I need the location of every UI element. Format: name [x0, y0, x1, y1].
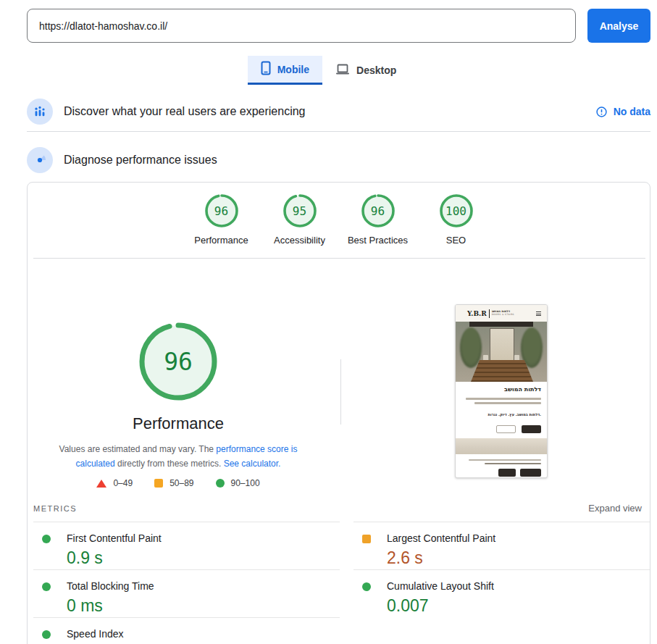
url-input[interactable]: [27, 9, 576, 43]
mobile-phone-icon: [261, 61, 271, 78]
metric-name: Speed Index: [67, 628, 124, 640]
thumb-text-line: [466, 398, 541, 400]
site-logo: Y.B.R: [467, 310, 487, 317]
pagespeed-insights-page: Analyse Mobile Desktop: [0, 0, 657, 644]
real-users-icon: [27, 99, 53, 125]
thumb-banner-image: [456, 438, 547, 454]
score-disclaimer: Values are estimated and may vary. The p…: [59, 442, 298, 471]
field-data-title: Discover what your real users are experi…: [64, 99, 305, 125]
hero-image: [456, 322, 547, 382]
metric-value: 2.6 s: [387, 548, 423, 568]
fail-triangle-icon: [96, 480, 106, 488]
tab-desktop-label: Desktop: [356, 64, 396, 76]
pass-circle-icon: [216, 479, 225, 488]
lab-data-section-header: Diagnose performance issues: [0, 147, 657, 173]
thumb-button: [498, 469, 516, 477]
metric-name: Cumulative Layout Shift: [387, 580, 494, 592]
thumb-button: [520, 469, 541, 477]
score-value: 96: [361, 193, 396, 228]
legend-range: 0–49: [113, 478, 133, 488]
device-tabs: Mobile Desktop: [0, 56, 657, 85]
see-calculator-link[interactable]: See calculator.: [224, 459, 281, 469]
thumb-page-heading: דלתות המושב: [504, 386, 541, 393]
score-accessibility[interactable]: 95 Accessibility: [261, 193, 339, 246]
performance-gauge-value: 96: [138, 322, 218, 401]
score-label: SEO: [417, 235, 495, 246]
score-label: Performance: [183, 235, 261, 246]
score-range-legend: 0–49 50–89 90–100: [59, 478, 298, 488]
thumb-button: [496, 425, 516, 433]
metrics-header: METRICS Expand view: [33, 503, 645, 514]
performance-gauge-title: Performance: [59, 414, 298, 433]
diagnose-icon: [27, 147, 53, 173]
pass-circle-icon: [42, 582, 51, 591]
field-data-section-header: Discover what your real users are experi…: [0, 99, 657, 125]
pass-circle-icon: [362, 582, 371, 591]
legend-pass: 90–100: [216, 478, 260, 488]
pass-circle-icon: [42, 535, 51, 543]
vertical-divider: [340, 359, 341, 425]
card-divider: [33, 258, 645, 259]
legend-fail: 0–49: [96, 478, 133, 488]
category-score-row: 96 Performance 95 Accessibility: [28, 193, 650, 246]
section-divider: [27, 131, 650, 132]
metric-value: 0.9 s: [67, 548, 103, 568]
score-value: 100: [439, 193, 474, 228]
metric-name: Largest Contentful Paint: [387, 532, 495, 544]
legend-range: 90–100: [231, 478, 260, 488]
score-value: 96: [204, 193, 239, 228]
lab-data-title: Diagnose performance issues: [64, 147, 217, 173]
no-data-label: No data: [614, 106, 650, 117]
metric-cumulative-layout-shift: Cumulative Layout Shift 0.007: [353, 569, 650, 617]
no-data-status[interactable]: No data: [596, 99, 650, 125]
page-screenshot-thumbnail: Y.B.R דלתות המושב DOORS & STAIRS דלתות ה…: [455, 304, 548, 478]
metric-speed-index: Speed Index: [33, 617, 340, 644]
info-icon: [596, 106, 607, 117]
desktop-laptop-icon: [335, 63, 350, 78]
metrics-column-right: Largest Contentful Paint 2.6 s Cumulativ…: [353, 522, 650, 617]
disclaimer-text: directly from these metrics.: [115, 459, 224, 469]
score-performance[interactable]: 96 Performance: [183, 193, 261, 246]
thumb-site-header: Y.B.R דלתות המושב DOORS & STAIRS: [456, 305, 547, 322]
thumb-text-line: [469, 459, 541, 461]
average-square-icon: [362, 535, 371, 543]
thumb-button: [522, 425, 541, 433]
metric-total-blocking-time: Total Blocking Time 0 ms: [33, 569, 340, 617]
expand-view-button[interactable]: Expand view: [588, 503, 645, 514]
tab-mobile-label: Mobile: [277, 64, 309, 75]
site-logo-english: DOORS & STAIRS: [492, 314, 514, 317]
performance-gauge: 96: [138, 322, 218, 401]
metric-largest-contentful-paint: Largest Contentful Paint 2.6 s: [353, 522, 650, 569]
thumb-text-line: [485, 463, 541, 464]
logo-separator: [489, 309, 490, 318]
thumb-tagline: דלתות במושב. עץ. דיוק. נגרות.: [488, 412, 541, 417]
tab-desktop[interactable]: Desktop: [322, 56, 409, 85]
metrics-title: METRICS: [33, 504, 77, 513]
average-square-icon: [154, 479, 163, 488]
score-seo[interactable]: 100 SEO: [417, 193, 495, 246]
lighthouse-report-card: 96 Performance 95 Accessibility: [27, 182, 650, 644]
score-label: Best Practices: [339, 235, 417, 246]
score-value: 95: [283, 193, 317, 228]
score-best-practices[interactable]: 96 Best Practices: [339, 193, 417, 246]
thumb-text-line: [474, 402, 541, 404]
pass-circle-icon: [42, 630, 51, 639]
analyse-button[interactable]: Analyse: [587, 9, 650, 43]
metric-name: Total Blocking Time: [67, 580, 154, 592]
hamburger-menu-icon: [536, 311, 541, 317]
legend-average: 50–89: [154, 478, 193, 488]
score-label: Accessibility: [261, 235, 339, 246]
tab-mobile[interactable]: Mobile: [248, 56, 322, 85]
legend-range: 50–89: [170, 478, 193, 488]
metric-value: 0.007: [387, 596, 429, 616]
metric-first-contentful-paint: First Contentful Paint 0.9 s: [33, 522, 340, 569]
metrics-column-left: First Contentful Paint 0.9 s Total Block…: [33, 522, 340, 644]
metric-value: 0 ms: [67, 596, 103, 616]
metric-name: First Contentful Paint: [67, 532, 162, 544]
disclaimer-text: Values are estimated and may vary. The: [59, 444, 217, 454]
